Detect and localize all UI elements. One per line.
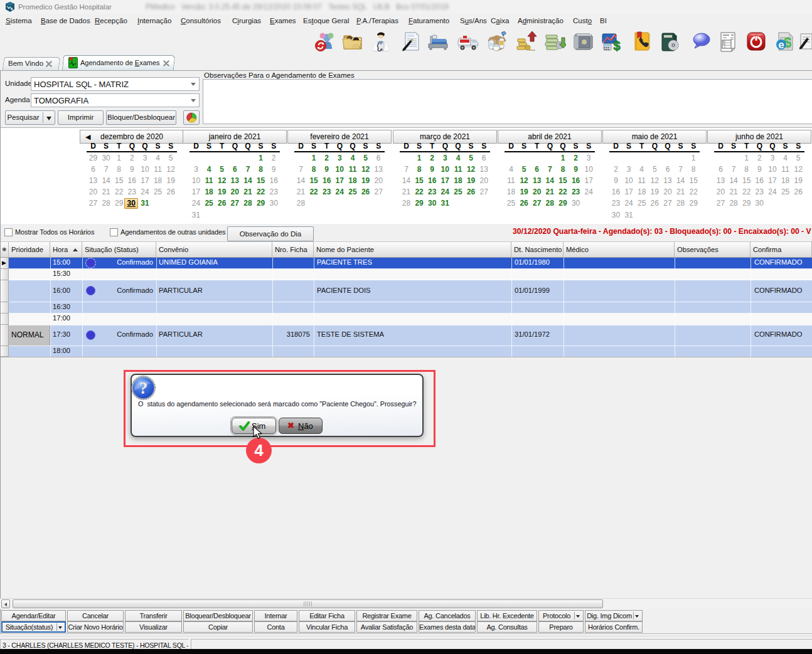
svg-text:$: $ (613, 39, 620, 53)
svg-text:e: e (778, 39, 784, 51)
